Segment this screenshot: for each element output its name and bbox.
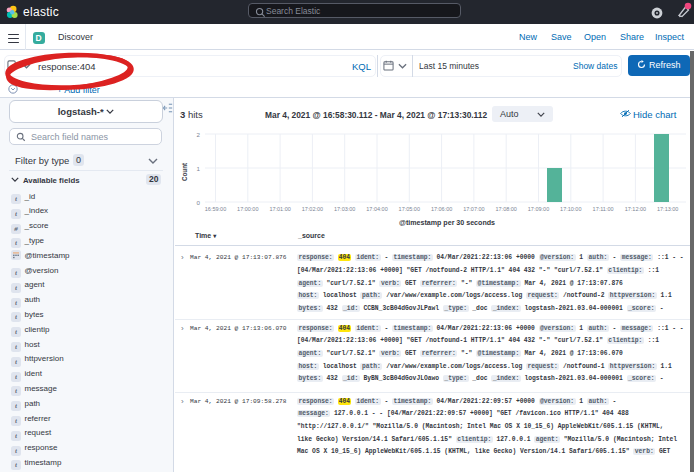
svg-text:0: 0 — [197, 199, 201, 206]
svg-text:17:00:00: 17:00:00 — [237, 206, 258, 212]
svg-text:17:03:00: 17:03:00 — [334, 206, 355, 212]
svg-text:17:01:00: 17:01:00 — [269, 206, 290, 212]
svg-text:17:07:00: 17:07:00 — [463, 206, 484, 212]
svg-text:17:12:00: 17:12:00 — [625, 206, 646, 212]
svg-text:17:06:00: 17:06:00 — [431, 206, 452, 212]
svg-text:Count: Count — [181, 162, 188, 181]
svg-text:1: 1 — [197, 165, 201, 172]
svg-text:17:11:00: 17:11:00 — [593, 206, 614, 212]
svg-text:17:05:00: 17:05:00 — [399, 206, 420, 212]
svg-text:17:13:00: 17:13:00 — [657, 206, 678, 212]
svg-text:16:59:00: 16:59:00 — [205, 206, 226, 212]
svg-text:17:08:00: 17:08:00 — [495, 206, 516, 212]
svg-text:@timestamp per 30 seconds: @timestamp per 30 seconds — [399, 219, 495, 227]
svg-text:17:10:00: 17:10:00 — [560, 206, 581, 212]
svg-text:17:02:00: 17:02:00 — [302, 206, 323, 212]
svg-text:17:09:00: 17:09:00 — [528, 206, 549, 212]
svg-text:17:04:00: 17:04:00 — [366, 206, 387, 212]
svg-text:2: 2 — [197, 131, 201, 138]
